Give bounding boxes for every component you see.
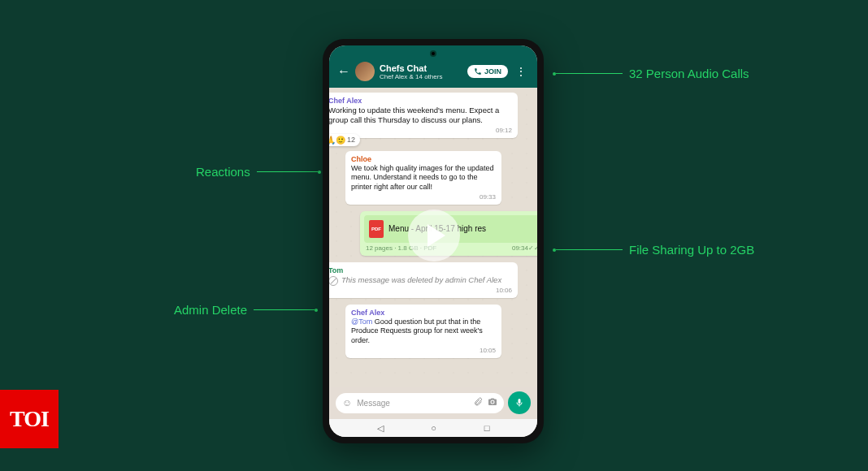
- camera-hole: [430, 50, 436, 57]
- mic-icon: [514, 398, 524, 408]
- nav-recents-icon[interactable]: □: [484, 423, 490, 433]
- header-text[interactable]: Chefs Chat Chef Alex & 14 others: [380, 63, 462, 80]
- attach-icon[interactable]: [473, 397, 483, 409]
- message-bubble[interactable]: Chef Alex @Tom Good question but put tha…: [345, 305, 501, 358]
- message-bubble[interactable]: Tom This message was deleted by admin Ch…: [329, 262, 518, 298]
- play-button-overlay[interactable]: [408, 210, 460, 261]
- join-label: JOIN: [484, 67, 501, 76]
- mic-button[interactable]: [508, 391, 531, 414]
- nav-back-icon[interactable]: ◁: [377, 423, 384, 434]
- chat-subtitle: Chef Alex & 14 others: [380, 73, 462, 80]
- message-time: 09:34✓✓: [512, 244, 537, 252]
- message-text: We took high quality images for the upda…: [351, 164, 496, 192]
- camera-icon[interactable]: [488, 397, 497, 409]
- emoji-icon[interactable]: ☺: [342, 397, 352, 408]
- join-call-button[interactable]: JOIN: [467, 65, 508, 78]
- more-options-icon[interactable]: ⋮: [513, 65, 529, 78]
- callout-label: Admin Delete: [174, 303, 247, 317]
- sender-name: Chef Alex: [329, 97, 512, 105]
- sender-name: Chloe: [351, 155, 496, 163]
- callout-reactions: Reactions: [196, 165, 318, 179]
- callout-file-sharing: File Sharing Up to 2GB: [556, 243, 754, 257]
- message-text: @Tom Good question but put that in the P…: [351, 318, 496, 346]
- toi-logo-badge: TOI: [0, 390, 59, 448]
- nav-home-icon[interactable]: ○: [431, 423, 436, 433]
- toi-text: TOI: [10, 406, 49, 432]
- reactions-pill[interactable]: 👍🙏🙂 12: [329, 134, 360, 146]
- pdf-icon: PDF: [369, 220, 384, 238]
- back-icon[interactable]: ←: [337, 64, 350, 79]
- message-bubble[interactable]: Chef Alex Working to update this weekend…: [329, 93, 518, 138]
- mention[interactable]: @Tom: [351, 318, 372, 326]
- callout-label: 32 Person Audio Calls: [629, 67, 749, 80]
- group-avatar[interactable]: [355, 62, 375, 81]
- callout-audio-calls: 32 Person Audio Calls: [556, 67, 749, 80]
- message-time: 10:06: [329, 287, 512, 294]
- reaction-emojis: 👍🙏🙂: [329, 136, 345, 145]
- deleted-icon: [329, 276, 338, 286]
- deleted-text: This message was deleted by admin Chef A…: [341, 275, 501, 285]
- message-time: 09:12: [329, 127, 512, 134]
- callout-label: Reactions: [196, 165, 250, 179]
- callout-line: [257, 171, 318, 172]
- deleted-message: This message was deleted by admin Chef A…: [329, 275, 512, 286]
- message-input[interactable]: ☺ Message: [336, 393, 504, 413]
- sender-name: Chef Alex: [351, 309, 496, 317]
- phone-icon: [474, 67, 482, 76]
- callout-line: [254, 309, 315, 310]
- sender-name: Tom: [329, 266, 512, 274]
- input-bar: ☺ Message: [329, 387, 537, 419]
- callout-admin-delete: Admin Delete: [174, 303, 315, 317]
- android-nav-bar: ◁ ○ □: [329, 419, 537, 437]
- message-bubble[interactable]: Chloe We took high quality images for th…: [345, 151, 501, 205]
- message-time: 10:05: [351, 347, 496, 354]
- callout-line: [556, 249, 623, 250]
- input-placeholder: Message: [357, 399, 468, 408]
- message-text: Working to update this weekend's menu. E…: [329, 106, 512, 126]
- reaction-count: 12: [347, 136, 355, 144]
- callout-line: [556, 73, 623, 74]
- chat-title: Chefs Chat: [380, 63, 462, 73]
- callout-label: File Sharing Up to 2GB: [629, 243, 754, 257]
- message-time: 09:33: [351, 193, 496, 201]
